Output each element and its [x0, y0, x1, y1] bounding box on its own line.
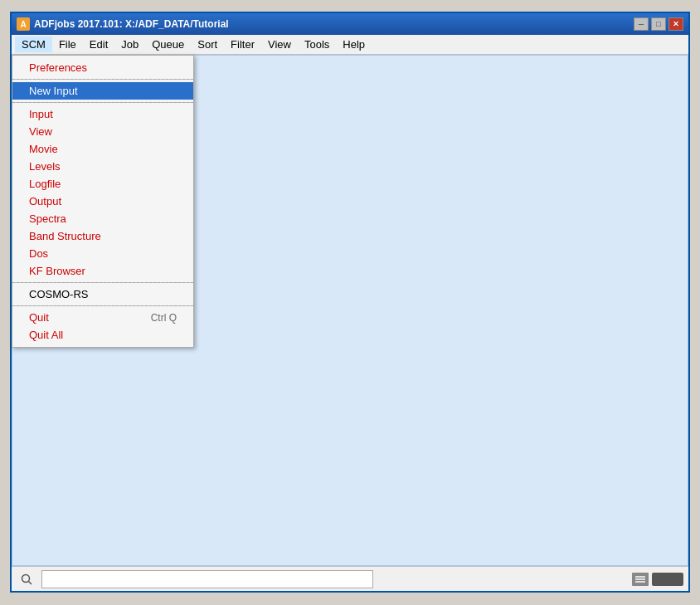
statusbar	[12, 566, 688, 591]
status-rect	[652, 573, 683, 586]
dropdown-item-view[interactable]: View	[12, 123, 193, 140]
menu-scm[interactable]: SCM	[15, 37, 52, 52]
menu-sort-label: Sort	[197, 38, 217, 51]
movie-label: Movie	[29, 143, 58, 155]
menu-queue[interactable]: Queue	[145, 37, 191, 52]
cosmo-rs-label: COSMO-RS	[29, 288, 89, 300]
menu-help-label: Help	[343, 38, 365, 51]
maximize-button[interactable]: □	[651, 17, 666, 31]
menu-job-label: Job	[121, 38, 139, 51]
menu-sort[interactable]: Sort	[191, 37, 224, 52]
statusbar-right	[632, 573, 683, 586]
menu-filter[interactable]: Filter	[224, 37, 261, 52]
input-label: Input	[29, 108, 53, 120]
dropdown-item-new-input[interactable]: New Input	[12, 82, 193, 100]
new-input-label: New Input	[29, 85, 78, 97]
menu-file[interactable]: File	[52, 37, 83, 52]
dropdown-item-kf-browser[interactable]: KF Browser	[12, 262, 193, 280]
menu-view[interactable]: View	[261, 37, 298, 52]
preferences-label: Preferences	[29, 61, 87, 74]
dropdown-item-output[interactable]: Output	[12, 193, 193, 210]
titlebar-left: A ADFjobs 2017.101: X:/ADF_DATA/Tutorial	[17, 17, 229, 31]
dropdown-item-band-structure[interactable]: Band Structure	[12, 227, 193, 245]
menu-lines-icon	[632, 573, 649, 586]
dropdown-item-spectra[interactable]: Spectra	[12, 210, 193, 227]
svg-line-1	[29, 581, 32, 584]
kf-browser-label: KF Browser	[29, 265, 85, 277]
levels-label: Levels	[29, 160, 61, 173]
band-structure-label: Band Structure	[29, 230, 101, 242]
menu-edit[interactable]: Edit	[83, 37, 114, 52]
app-icon: A	[17, 17, 30, 31]
quit-all-label: Quit All	[29, 329, 63, 341]
menu-help[interactable]: Help	[336, 37, 372, 52]
dropdown-item-movie[interactable]: Movie	[12, 140, 193, 158]
menu-queue-label: Queue	[152, 38, 184, 51]
menu-edit-label: Edit	[90, 38, 108, 51]
dos-label: Dos	[29, 247, 48, 260]
output-label: Output	[29, 195, 61, 207]
dropdown-item-cosmo-rs[interactable]: COSMO-RS	[12, 285, 193, 303]
main-window: A ADFjobs 2017.101: X:/ADF_DATA/Tutorial…	[10, 12, 690, 593]
menu-tools[interactable]: Tools	[298, 37, 336, 52]
dropdown-item-logfile[interactable]: Logfile	[12, 175, 193, 193]
dropdown-separator-3	[12, 305, 193, 306]
search-icon	[21, 573, 32, 585]
close-button[interactable]: ✕	[668, 17, 683, 31]
scm-dropdown: Preferences New Input Input View Movie	[12, 55, 194, 348]
titlebar-controls: ─ □ ✕	[634, 17, 683, 31]
menu-filter-label: Filter	[231, 38, 255, 51]
dropdown-item-quit-all[interactable]: Quit All	[12, 326, 193, 344]
dropdown-separator-dashed	[12, 79, 193, 80]
dropdown-item-preferences[interactable]: Preferences	[12, 59, 193, 76]
menu-scm-label: SCM	[22, 38, 46, 51]
menu-file-label: File	[59, 38, 76, 51]
titlebar: A ADFjobs 2017.101: X:/ADF_DATA/Tutorial…	[12, 13, 688, 35]
quit-shortcut: Ctrl Q	[151, 312, 177, 324]
dropdown-item-dos[interactable]: Dos	[12, 245, 193, 262]
menu-tools-label: Tools	[304, 38, 329, 51]
svg-point-0	[22, 574, 30, 582]
menu-view-label: View	[268, 38, 291, 51]
spectra-label: Spectra	[29, 212, 66, 225]
menu-job[interactable]: Job	[114, 37, 145, 52]
dropdown-item-levels[interactable]: Levels	[12, 158, 193, 175]
view-label: View	[29, 125, 52, 138]
dropdown-item-quit[interactable]: Quit Ctrl Q	[12, 309, 193, 326]
logfile-label: Logfile	[29, 178, 61, 190]
menubar: SCM File Edit Job Queue Sort Filter View…	[12, 35, 688, 55]
search-button[interactable]	[17, 570, 36, 588]
dropdown-item-input[interactable]: Input	[12, 105, 193, 123]
dropdown-separator-2	[12, 282, 193, 283]
window-title: ADFjobs 2017.101: X:/ADF_DATA/Tutorial	[34, 18, 229, 30]
quit-label: Quit	[29, 311, 49, 324]
minimize-button[interactable]: ─	[634, 17, 649, 31]
search-input[interactable]	[41, 570, 373, 588]
dropdown-separator-1	[12, 102, 193, 103]
